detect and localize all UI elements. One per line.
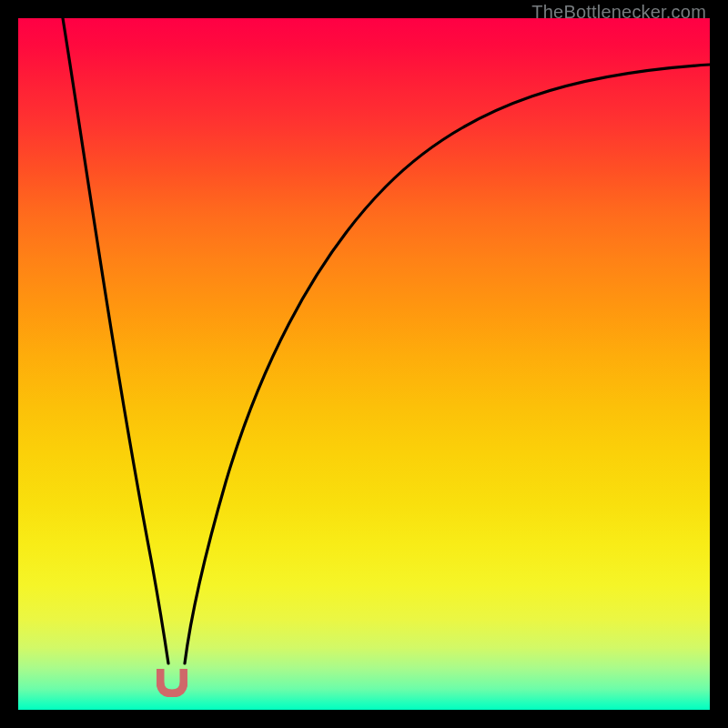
chart-gradient-background <box>18 18 710 710</box>
bottleneck-chart <box>18 18 710 710</box>
